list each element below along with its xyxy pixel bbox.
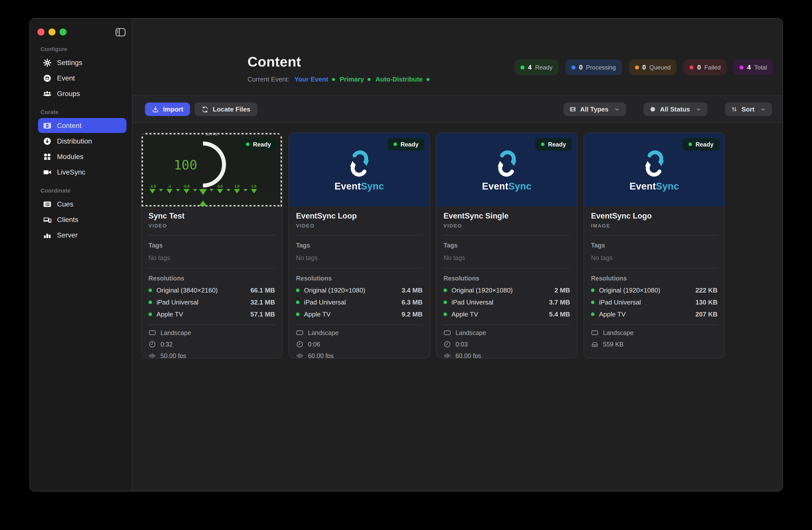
chevron-down-icon — [696, 106, 701, 112]
card-meta-text: Landscape — [160, 329, 191, 336]
resolution-row: Apple TV 9.2 MB — [296, 311, 422, 318]
status-label: Processing — [586, 64, 616, 71]
sidebar-item[interactable]: Distribution — [38, 133, 127, 148]
scale-tick: 1.5 — [249, 184, 258, 194]
status-count: 0 — [697, 63, 701, 71]
sidebar-item[interactable]: Content — [38, 118, 127, 133]
locate-files-label: Locate Files — [213, 105, 250, 113]
zoom-button[interactable] — [59, 29, 67, 35]
ready-badge: Ready — [535, 138, 572, 151]
window-controls — [38, 29, 67, 35]
clients-icon — [43, 215, 52, 224]
status-label: Queued — [650, 64, 671, 71]
chevron-down-icon — [760, 106, 766, 112]
status-dot — [541, 143, 545, 146]
ready-badge-label: Ready — [696, 141, 713, 148]
import-button[interactable]: Import — [145, 102, 190, 116]
sidebar-item-label: Groups — [57, 89, 80, 98]
triangle-down-icon — [210, 189, 214, 191]
sidebar-item[interactable]: Modules — [38, 149, 127, 164]
card-type-label: IMAGE — [591, 223, 717, 229]
triangle-down-icon — [150, 189, 156, 194]
resolution-size: 5.4 MB — [549, 311, 570, 318]
triangle-down-icon — [193, 189, 197, 191]
status-filter-value: All Status — [660, 105, 690, 113]
status-dot — [635, 65, 639, 69]
card-meta-row: Landscape — [148, 329, 275, 336]
card-type-label: VIDEO — [296, 223, 422, 229]
clock-icon — [444, 341, 451, 348]
sidebar-item[interactable]: Cues — [38, 197, 127, 212]
content-card[interactable]: EventSync Ready EventSync Logo IMAGE — [583, 132, 725, 358]
content-card[interactable]: EventSync Ready EventSync Single VIDEO — [436, 132, 578, 358]
tags-value: No tags — [296, 255, 422, 261]
resolution-name: iPad Universal — [599, 299, 641, 306]
card-thumbnail: EventSync Ready — [289, 133, 430, 206]
sidebar-item[interactable]: Settings — [38, 55, 127, 70]
resolution-status-dot — [296, 301, 300, 304]
content-card[interactable]: EventSync Ready EventSync Loop VIDEO — [289, 132, 430, 358]
status-dot — [571, 65, 576, 69]
minimize-button[interactable] — [48, 29, 56, 35]
resolution-size: 3.4 MB — [402, 286, 422, 294]
resolution-row: iPad Universal 3.7 MB — [444, 299, 570, 306]
card-meta-row: Landscape — [444, 329, 570, 336]
sidebar-toggle-icon[interactable] — [116, 28, 126, 37]
resolution-status-dot — [444, 313, 447, 316]
resolution-status-dot — [296, 313, 300, 316]
locate-files-button[interactable]: Locate Files — [195, 102, 257, 116]
card-type-label: VIDEO — [444, 223, 570, 229]
sidebar-group-label: Curate — [41, 109, 127, 115]
card-meta-row: 50.00 fps — [148, 352, 275, 358]
sidebar-item[interactable]: LiveSync — [38, 164, 127, 180]
eventsync-wordmark: EventSync — [482, 181, 532, 192]
status-dot — [740, 65, 744, 69]
scale-tick — [199, 184, 207, 195]
circle-icon — [650, 106, 656, 113]
sort-value: Sort — [741, 105, 754, 113]
triangle-down-icon — [243, 189, 247, 191]
resolution-status-dot — [591, 288, 594, 292]
scale-tick — [207, 184, 216, 191]
status-dot — [690, 65, 694, 69]
resolution-row: Apple TV 5.4 MB — [444, 311, 570, 318]
content-card[interactable]: 50 FPS 100 -1.5 — [141, 132, 282, 358]
type-filter-dropdown[interactable]: All Types — [564, 102, 626, 116]
current-event-name[interactable]: Your Event — [294, 75, 328, 83]
scale-tick — [174, 184, 182, 191]
stage: Configure Settings Event — [0, 0, 812, 530]
card-meta-text: 559 KB — [603, 341, 624, 348]
sidebar-item-label: Clients — [57, 215, 78, 224]
card-body: EventSync Loop VIDEO Tags No tags Resolu… — [289, 206, 430, 358]
event-icon — [43, 74, 52, 82]
card-meta-text: Landscape — [308, 329, 338, 336]
event-flag: Auto-Distribute — [376, 75, 429, 83]
sidebar-item[interactable]: Clients — [38, 212, 127, 227]
sidebar-item[interactable]: Groups — [38, 86, 127, 101]
locate-icon — [202, 106, 209, 113]
sync-scale: -1.5 — [148, 184, 258, 195]
close-button[interactable] — [38, 29, 44, 35]
clock-icon — [148, 341, 156, 348]
status-label: Ready — [535, 64, 552, 71]
card-meta-row: Landscape — [296, 329, 422, 336]
distribution-icon — [43, 137, 52, 145]
sidebar-item[interactable]: Server — [38, 228, 127, 243]
status-badge: 4 Ready — [514, 59, 559, 75]
resolution-row: Original (3840×2160) 66.1 MB — [148, 286, 275, 294]
sidebar-item[interactable]: Event — [38, 71, 127, 86]
server-icon — [43, 231, 52, 239]
triangle-down-icon — [184, 189, 189, 194]
resolutions-heading: Resolutions — [444, 275, 570, 282]
status-filter-dropdown[interactable]: All Status — [643, 102, 708, 116]
tags-heading: Tags — [148, 242, 275, 249]
modules-icon — [43, 152, 52, 161]
card-title: EventSync Loop — [296, 212, 422, 220]
sort-dropdown[interactable]: Sort — [725, 102, 772, 116]
fps-caption: 50 FPS — [142, 133, 282, 136]
status-dot — [426, 78, 429, 81]
card-meta-row: 0:03 — [444, 341, 570, 348]
status-count: 0 — [642, 63, 646, 71]
tags-value: No tags — [591, 255, 717, 261]
triangle-down-icon — [176, 189, 180, 191]
